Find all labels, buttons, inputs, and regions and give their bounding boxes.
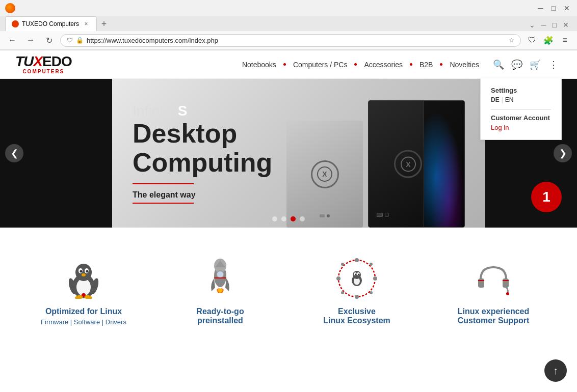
hero-dots — [272, 216, 305, 221]
settings-heading: Settings — [491, 87, 551, 94]
svg-point-9 — [80, 270, 82, 273]
lock-icon: 🔒 — [76, 37, 84, 44]
hero-dot-3[interactable] — [291, 216, 296, 221]
svg-point-35 — [341, 263, 344, 266]
svg-point-30 — [373, 276, 377, 281]
dropdown-panel: Settings DE | EN Customer Account Log in — [480, 78, 562, 140]
svg-point-32 — [336, 276, 340, 281]
feature-ecosystem-title: Exclusive Linux Ecosystem — [323, 307, 390, 325]
tab-strip-min[interactable]: ─ — [538, 19, 549, 31]
rocket-icon — [200, 258, 241, 299]
nav-notebooks[interactable]: Notebooks — [235, 61, 283, 69]
svg-point-33 — [370, 263, 373, 266]
tab-strip-close[interactable]: ✕ — [560, 19, 572, 31]
address-bar: 🛡 🔒 ☆ — [60, 34, 521, 47]
svg-point-10 — [86, 270, 88, 273]
cart-btn[interactable]: 🛒 — [527, 57, 543, 73]
hero-dot-1[interactable] — [272, 216, 277, 221]
lang-separator: | — [502, 96, 503, 103]
step-badge: 1 — [531, 182, 562, 212]
feature-preinstalled: Ready-to-go preinstalled — [164, 258, 276, 327]
hero-title-line2: Computing — [133, 148, 272, 177]
svg-point-27 — [355, 274, 356, 275]
back-btn[interactable]: ← — [5, 33, 19, 47]
nav-b2b[interactable]: B2B — [412, 61, 440, 69]
new-tab-btn[interactable]: + — [97, 17, 111, 31]
black-pc-logo: X — [394, 150, 422, 178]
svg-point-36 — [341, 291, 344, 294]
nav-computers[interactable]: Computers / PCs — [286, 61, 355, 69]
window-close-btn[interactable]: ✕ — [564, 4, 570, 12]
svg-point-31 — [355, 295, 359, 299]
bookmark-icon[interactable]: ☆ — [509, 37, 514, 44]
nav-accessories[interactable]: Accessories — [357, 61, 409, 69]
url-input[interactable] — [87, 37, 506, 44]
nav-menu: Notebooks Computers / PCs Accessories B2… — [235, 61, 486, 69]
svg-point-24 — [353, 271, 361, 279]
window-minimize-btn[interactable]: ─ — [538, 4, 543, 12]
nav-novelties[interactable]: Novelties — [442, 61, 486, 69]
svg-point-6 — [75, 264, 92, 281]
language-row: DE | EN — [491, 96, 551, 103]
svg-text:X: X — [406, 160, 411, 168]
svg-point-11 — [82, 273, 86, 276]
hero-subtitle-bold: S — [178, 103, 188, 119]
shield-icon: 🛡 — [67, 37, 73, 44]
more-menu-btn[interactable]: ⋮ — [545, 57, 562, 73]
extensions-icon[interactable]: 🧩 — [541, 33, 556, 47]
tab-strip-right: ⌄ — [526, 19, 538, 31]
feature-support-title: Linux experienced Customer Support — [458, 307, 530, 325]
hamburger-menu-btn[interactable]: ≡ — [558, 33, 572, 47]
feature-linux: Optimized for Linux Firmware | Software … — [28, 258, 140, 326]
logo-text: TUXEDO — [15, 54, 72, 69]
tab-strip-max[interactable]: □ — [549, 19, 560, 31]
hero-text: Infinity S Desktop Computing The elegant… — [112, 93, 293, 214]
spacer — [0, 228, 577, 238]
svg-point-34 — [370, 291, 373, 294]
feature-linux-title: Optimized for Linux — [45, 307, 122, 316]
hero-dot-4[interactable] — [300, 216, 305, 221]
silver-pc-logo: X — [311, 160, 339, 188]
login-link[interactable]: Log in — [491, 124, 551, 131]
svg-point-28 — [358, 274, 359, 275]
window-maximize-btn[interactable]: □ — [552, 4, 556, 12]
lang-en[interactable]: EN — [505, 96, 514, 103]
forward-btn[interactable]: → — [23, 33, 38, 47]
chat-btn[interactable]: 💬 — [509, 57, 525, 73]
hero-tagline: The elegant way — [133, 190, 272, 200]
logo-sub: COMPUTERS — [15, 69, 72, 74]
svg-rect-20 — [214, 277, 226, 278]
search-btn[interactable]: 🔍 — [490, 57, 507, 73]
firefox-icon — [5, 3, 15, 13]
linux-icon — [63, 258, 104, 299]
svg-point-39 — [506, 292, 509, 295]
dropdown-divider — [491, 109, 551, 110]
hero-title-line1: Desktop — [133, 119, 272, 148]
site-header: TUXEDO COMPUTERS Notebooks Computers / P… — [0, 50, 577, 79]
tab-favicon — [12, 20, 19, 27]
black-pc-ports — [377, 213, 389, 217]
svg-text:X: X — [322, 170, 327, 178]
pocket-icon[interactable]: 🛡 — [525, 33, 539, 47]
tux-network-icon — [336, 258, 377, 299]
feature-preinstalled-title: Ready-to-go preinstalled — [196, 307, 244, 325]
hero-main: Infinity S Desktop Computing The elegant… — [112, 79, 485, 228]
customer-account-heading: Customer Account — [491, 114, 551, 122]
pc-silver: X — [286, 121, 363, 228]
hero-prev-btn[interactable]: ❮ — [5, 144, 23, 162]
svg-point-29 — [355, 258, 359, 262]
hero-dot-2[interactable] — [281, 216, 286, 221]
features-section: Optimized for Linux Firmware | Software … — [0, 238, 577, 343]
hero-next-btn[interactable]: ❯ — [554, 144, 572, 162]
svg-point-19 — [218, 272, 223, 277]
browser-titlebar: ─ □ ✕ — [0, 0, 577, 16]
logo[interactable]: TUXEDO COMPUTERS — [15, 54, 72, 74]
headset-icon — [473, 258, 514, 299]
reload-btn[interactable]: ↻ — [42, 33, 56, 47]
tab-close-btn[interactable]: × — [82, 20, 90, 28]
active-tab[interactable]: TUXEDO Computers × — [5, 16, 97, 31]
browser-toolbar: ← → ↻ 🛡 🔒 ☆ 🛡 🧩 ≡ — [0, 31, 577, 50]
tab-title: TUXEDO Computers — [22, 20, 79, 27]
hero-subtitle: Infinity S — [133, 103, 272, 119]
lang-de[interactable]: DE — [491, 96, 500, 103]
